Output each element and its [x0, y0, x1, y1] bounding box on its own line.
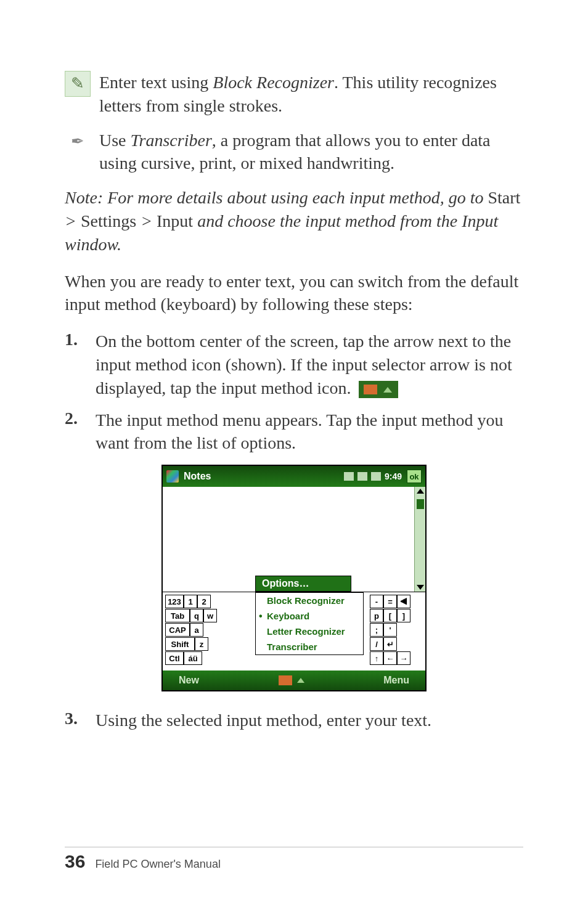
br-pre: Enter text using [99, 73, 213, 92]
key-shift[interactable]: Shift [165, 637, 195, 651]
menu-item-letter-recognizer[interactable]: Letter Recognizer [256, 624, 363, 639]
start-flag-icon[interactable] [166, 470, 179, 483]
input-method-menu: Block Recognizer Keyboard Letter Recogni… [255, 592, 364, 655]
key-w[interactable]: w [203, 609, 217, 622]
key-slash[interactable]: / [370, 637, 383, 651]
app-title: Notes [184, 471, 344, 482]
scroll-up-icon[interactable] [417, 489, 424, 494]
step-2-number: 2. [65, 409, 78, 428]
key-accents[interactable]: áü [184, 651, 202, 665]
step-2-text: The input method menu appears. Tap the i… [96, 409, 523, 455]
key-ctl[interactable]: Ctl [165, 651, 184, 665]
step-2: 2. The input method menu appears. Tap th… [65, 409, 523, 455]
transcriber-icon: ✒ [65, 129, 91, 155]
note-path3: Input [157, 211, 193, 230]
device-screenshot: Notes 9:49 ok Options… [161, 465, 427, 691]
footer-title: Field PC Owner's Manual [95, 858, 221, 871]
note-lead: Note: For more details about using each … [65, 188, 488, 207]
keyboard-left: 123 1 2 Tab q w CAP a Shift [165, 595, 217, 666]
chevron-up-icon [297, 678, 304, 683]
note-sep2: > [136, 211, 157, 230]
key-left[interactable]: ← [383, 651, 397, 665]
vertical-scrollbar[interactable] [414, 487, 425, 592]
keyboard-icon [279, 675, 292, 685]
step-1: 1. On the bottom center of the screen, t… [65, 330, 523, 399]
br-em: Block Recognizer [213, 73, 334, 92]
note-path1: Start [488, 188, 520, 207]
page-footer: 36 Field PC Owner's Manual [65, 851, 221, 872]
key-a[interactable]: a [190, 623, 203, 637]
keyboard-right: - = ⯇ p [ ] ; ' / ↵ [370, 595, 410, 666]
bottom-bar: New Menu [163, 671, 425, 690]
menu-item-block-recognizer[interactable]: Block Recognizer [256, 593, 363, 608]
step-1-text: On the bottom center of the screen, tap … [96, 330, 523, 399]
scroll-down-icon[interactable] [417, 585, 424, 590]
transcriber-text: Use Transcriber, a program that allows y… [99, 129, 523, 176]
key-enter[interactable]: ↵ [383, 637, 397, 651]
connectivity-icon[interactable] [344, 472, 354, 481]
key-semicolon[interactable]: ; [370, 623, 383, 637]
options-menu-item[interactable]: Options… [255, 576, 351, 592]
step-1-number: 1. [65, 330, 78, 349]
titlebar: Notes 9:49 ok [163, 466, 425, 487]
key-lbracket[interactable]: [ [383, 609, 397, 622]
step-3-text: Using the selected input method, enter y… [96, 709, 523, 732]
signal-icon[interactable] [357, 472, 367, 481]
key-minus[interactable]: - [370, 595, 383, 608]
status-tray: 9:49 [344, 471, 402, 481]
key-right[interactable]: → [397, 651, 410, 665]
softkey-new[interactable]: New [179, 675, 199, 686]
key-2[interactable]: 2 [197, 595, 211, 608]
note-path2: Settings [81, 211, 136, 230]
key-1[interactable]: 1 [184, 595, 197, 608]
intro-paragraph: When you are ready to enter text, you ca… [65, 270, 523, 317]
key-backspace[interactable]: ⯇ [397, 595, 410, 608]
ok-button[interactable]: ok [407, 470, 422, 483]
menu-item-transcriber[interactable]: Transcriber [256, 639, 363, 654]
tr-pre: Use [99, 131, 131, 150]
page-number: 36 [65, 851, 85, 872]
volume-icon[interactable] [371, 472, 381, 481]
input-method-icon [359, 381, 398, 398]
softkey-menu[interactable]: Menu [383, 675, 409, 686]
clock: 9:49 [385, 471, 402, 481]
key-p[interactable]: p [370, 609, 383, 622]
key-rbracket[interactable]: ] [397, 609, 410, 622]
note-sep1: > [65, 211, 81, 230]
step-3: 3. Using the selected input method, ente… [65, 709, 523, 732]
key-equals[interactable]: = [383, 595, 397, 608]
key-cap[interactable]: CAP [165, 623, 190, 637]
step-3-number: 3. [65, 709, 78, 728]
key-tab[interactable]: Tab [165, 609, 190, 622]
key-q[interactable]: q [190, 609, 203, 622]
key-z[interactable]: z [195, 637, 208, 651]
input-selector[interactable] [279, 675, 304, 685]
scroll-thumb[interactable] [417, 499, 424, 509]
key-apostrophe[interactable]: ' [383, 623, 397, 637]
menu-item-keyboard[interactable]: Keyboard [256, 608, 363, 624]
note-paragraph: Note: For more details about using each … [65, 186, 523, 256]
note-canvas[interactable]: Options… [163, 487, 425, 592]
block-recognizer-text: Enter text using Block Recognizer. This … [99, 71, 523, 118]
key-123[interactable]: 123 [165, 595, 184, 608]
keyboard-area: 123 1 2 Tab q w CAP a Shift [163, 592, 425, 671]
tr-em: Transcriber [131, 131, 212, 150]
block-recognizer-icon: ✎ [65, 71, 91, 97]
key-up[interactable]: ↑ [370, 651, 383, 665]
footer-rule [65, 847, 523, 847]
